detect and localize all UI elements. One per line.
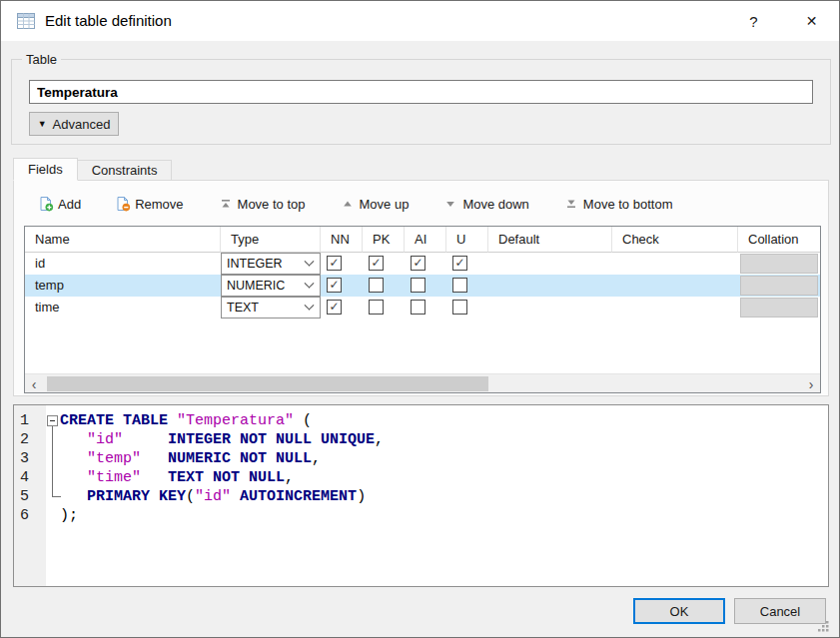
ai-cell: ✓ bbox=[405, 253, 446, 275]
toolbar-move-up-label: Move up bbox=[360, 197, 410, 212]
sql-identifier: "Temperatura" bbox=[177, 412, 294, 429]
toolbar-move-to-bottom-label: Move to bottom bbox=[583, 197, 673, 212]
ai-checkbox[interactable] bbox=[411, 278, 425, 293]
pk-checkbox[interactable] bbox=[369, 278, 384, 293]
column-header-default[interactable]: Default bbox=[488, 227, 612, 253]
type-combobox[interactable]: INTEGER bbox=[221, 253, 321, 275]
ai-cell bbox=[405, 297, 446, 319]
collation-disabled-box bbox=[740, 254, 818, 274]
field-type-cell[interactable]: NUMERIC bbox=[221, 275, 321, 297]
toolbar-add-button[interactable]: Add bbox=[28, 193, 91, 215]
default-cell[interactable] bbox=[488, 297, 612, 319]
sql-keyword: INTEGER NOT NULL UNIQUE bbox=[168, 431, 375, 448]
column-header-u[interactable]: U bbox=[446, 227, 488, 253]
ai-checkbox[interactable] bbox=[411, 300, 425, 315]
u-checkbox[interactable] bbox=[452, 300, 467, 315]
horizontal-scrollbar[interactable]: ‹ › bbox=[25, 373, 820, 392]
nn-checkbox[interactable]: ✓ bbox=[327, 278, 342, 293]
titlebar[interactable]: Edit table definition ? ✕ bbox=[1, 1, 839, 41]
field-type-cell[interactable]: TEXT bbox=[221, 297, 321, 319]
field-row-time[interactable]: timeTEXT✓ bbox=[25, 297, 820, 319]
nn-checkbox[interactable]: ✓ bbox=[327, 256, 342, 271]
sql-text bbox=[123, 431, 168, 448]
toolbar-move-to-top-label: Move to top bbox=[238, 197, 306, 212]
field-name-cell[interactable]: time bbox=[25, 297, 221, 319]
sql-identifier: "temp" bbox=[87, 450, 141, 467]
scrollbar-thumb[interactable] bbox=[47, 376, 488, 391]
resize-grip[interactable] bbox=[816, 619, 830, 633]
move-up-icon bbox=[340, 196, 356, 212]
sql-text bbox=[60, 431, 87, 448]
tab-bar: FieldsConstraints bbox=[13, 158, 172, 181]
collation-disabled-box bbox=[740, 276, 818, 296]
check-cell[interactable] bbox=[612, 253, 738, 275]
type-combobox[interactable]: NUMERIC bbox=[221, 275, 321, 297]
nn-cell: ✓ bbox=[321, 275, 363, 297]
table-name-input[interactable] bbox=[29, 80, 813, 104]
tab-fields[interactable]: Fields bbox=[13, 158, 78, 181]
advanced-button[interactable]: ▼ Advanced bbox=[29, 112, 119, 136]
sql-code: CREATE TABLE "Temperatura" ( "id" INTEGE… bbox=[60, 411, 826, 525]
move-down-icon bbox=[442, 196, 458, 212]
u-checkbox[interactable] bbox=[452, 278, 467, 293]
collation-cell bbox=[738, 297, 821, 319]
sql-line-1: CREATE TABLE "Temperatura" ( bbox=[60, 411, 826, 430]
ok-button[interactable]: OK bbox=[633, 598, 725, 624]
type-combobox-value: TEXT bbox=[222, 297, 259, 319]
toolbar-move-to-bottom-button[interactable]: Move to bottom bbox=[553, 193, 683, 215]
sql-text: , bbox=[285, 469, 294, 486]
tab-constraints[interactable]: Constraints bbox=[78, 160, 173, 181]
column-header-pk[interactable]: PK bbox=[363, 227, 405, 253]
advanced-button-label: Advanced bbox=[53, 117, 111, 132]
code-fold-icon[interactable] bbox=[47, 415, 58, 426]
sql-text: , bbox=[375, 431, 384, 448]
toolbar-move-to-top-button[interactable]: Move to top bbox=[208, 193, 316, 215]
u-cell: ✓ bbox=[446, 253, 488, 275]
fields-tab-pane: AddRemoveMove to topMove upMove downMove… bbox=[13, 180, 829, 396]
field-name-cell[interactable]: temp bbox=[25, 275, 221, 297]
sql-keyword: PRIMARY KEY bbox=[87, 488, 186, 505]
column-header-ai[interactable]: AI bbox=[405, 227, 446, 253]
default-cell[interactable] bbox=[488, 253, 612, 275]
type-combobox-value: INTEGER bbox=[222, 253, 283, 275]
check-cell[interactable] bbox=[612, 297, 738, 319]
column-header-name[interactable]: Name bbox=[25, 227, 221, 253]
sql-keyword: AUTOINCREMENT bbox=[240, 488, 357, 505]
column-header-collation[interactable]: Collation bbox=[738, 227, 821, 253]
close-icon[interactable]: ✕ bbox=[789, 5, 834, 37]
sql-text bbox=[168, 412, 177, 429]
column-header-check[interactable]: Check bbox=[612, 227, 738, 253]
table-icon bbox=[17, 13, 35, 29]
field-row-id[interactable]: idINTEGER✓✓✓✓ bbox=[25, 253, 820, 275]
field-name-cell[interactable]: id bbox=[25, 253, 221, 275]
nn-checkbox[interactable]: ✓ bbox=[327, 300, 342, 315]
window-title: Edit table definition bbox=[45, 1, 172, 41]
fields-grid: NameTypeNNPKAIUDefaultCheckCollation idI… bbox=[24, 226, 821, 393]
pk-checkbox[interactable]: ✓ bbox=[369, 256, 384, 271]
default-cell[interactable] bbox=[488, 275, 612, 297]
toolbar-remove-button[interactable]: Remove bbox=[105, 193, 193, 215]
cancel-button[interactable]: Cancel bbox=[734, 598, 826, 624]
pk-checkbox[interactable] bbox=[369, 300, 384, 315]
sql-text: ( bbox=[186, 488, 195, 505]
scroll-right-arrow-icon[interactable]: › bbox=[802, 374, 820, 393]
field-type-cell[interactable]: INTEGER bbox=[221, 253, 321, 275]
column-header-type[interactable]: Type bbox=[221, 227, 321, 253]
sql-text bbox=[60, 469, 87, 486]
help-button[interactable]: ? bbox=[731, 5, 776, 37]
type-combobox[interactable]: TEXT bbox=[221, 297, 321, 319]
u-cell bbox=[446, 275, 488, 297]
column-header-nn[interactable]: NN bbox=[321, 227, 363, 253]
ai-checkbox[interactable]: ✓ bbox=[411, 256, 425, 271]
check-cell[interactable] bbox=[612, 275, 738, 297]
u-checkbox[interactable]: ✓ bbox=[452, 256, 467, 271]
sql-text bbox=[60, 488, 87, 505]
edit-table-definition-dialog: Edit table definition ? ✕ Table ▼ Advanc… bbox=[0, 0, 840, 638]
toolbar-move-up-button[interactable]: Move up bbox=[330, 193, 420, 215]
line-number: 4 bbox=[14, 468, 46, 487]
field-row-temp[interactable]: tempNUMERIC✓ bbox=[25, 275, 820, 297]
table-group-label: Table bbox=[22, 52, 61, 67]
toolbar-move-down-button[interactable]: Move down bbox=[432, 193, 538, 215]
sql-preview-editor[interactable]: 123456 CREATE TABLE "Temperatura" ( "id"… bbox=[13, 404, 829, 587]
scroll-left-arrow-icon[interactable]: ‹ bbox=[25, 374, 43, 393]
